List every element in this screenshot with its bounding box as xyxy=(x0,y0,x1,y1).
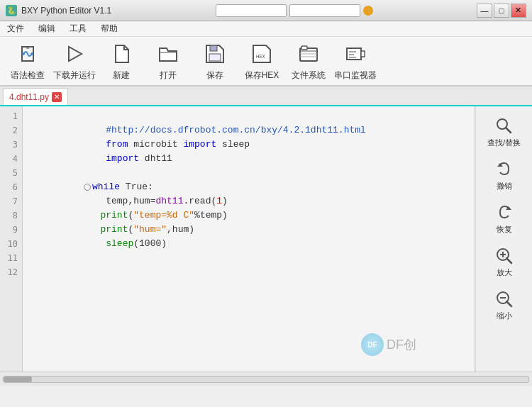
open-button[interactable]: 打开 xyxy=(146,40,190,82)
code-line-11 xyxy=(28,251,475,265)
run-button[interactable]: 下载并运行 xyxy=(52,40,96,82)
toolbar: 语法检查 下载并运行 新建 打开 xyxy=(0,37,532,87)
find-replace-label: 查找/替换 xyxy=(487,138,521,148)
watermark-text: DF创 xyxy=(387,336,416,353)
svg-rect-7 xyxy=(301,46,307,50)
redo-button[interactable]: 恢复 xyxy=(480,199,529,239)
maximize-button[interactable]: □ xyxy=(494,4,509,18)
line-num-5: 5 xyxy=(0,166,22,180)
find-replace-button[interactable]: 查找/替换 xyxy=(480,112,529,152)
title-bar-left: 🐍 BXY Python Editor V1.1 xyxy=(6,5,111,16)
serial-label: 串口监视器 xyxy=(334,69,377,82)
tab-close-button[interactable]: ✕ xyxy=(52,92,62,102)
svg-line-11 xyxy=(506,128,511,133)
line-num-7: 7 xyxy=(0,194,22,208)
svg-point-1 xyxy=(31,52,33,55)
tab-bar: 4.dht11.py ✕ xyxy=(0,87,532,106)
serial-button[interactable]: 串口监视器 xyxy=(333,40,377,82)
title-input-mock2 xyxy=(289,4,360,17)
menu-tools[interactable]: 工具 xyxy=(65,21,91,36)
undo-icon xyxy=(494,160,514,179)
line-num-8: 8 xyxy=(0,208,22,223)
redo-label: 恢复 xyxy=(497,224,512,235)
title-bar-center xyxy=(216,4,373,17)
line-num-6: 6 xyxy=(0,180,22,194)
code-line-5: while True: xyxy=(28,166,475,180)
svg-line-19 xyxy=(506,301,511,306)
code-lines[interactable]: #http://docs.dfrobot.com.cn/bxy/4.2.1dht… xyxy=(23,106,475,372)
bottom-bar xyxy=(0,372,532,386)
filesystem-icon xyxy=(296,41,321,67)
line-num-4: 4 xyxy=(0,152,22,166)
close-button[interactable]: ✕ xyxy=(511,4,526,18)
svg-marker-2 xyxy=(69,47,82,61)
filesystem-button[interactable]: 文件系统 xyxy=(287,40,331,82)
line-num-10: 10 xyxy=(0,237,22,251)
app-title: BXY Python Editor V1.1 xyxy=(21,6,111,16)
line-num-3: 3 xyxy=(0,138,22,152)
scrollbar-thumb xyxy=(4,377,32,382)
menu-file[interactable]: 文件 xyxy=(3,21,28,36)
save-icon xyxy=(202,41,228,67)
zoom-in-button[interactable]: 放大 xyxy=(480,242,529,282)
code-line-1: #http://docs.dfrobot.com.cn/bxy/4.2.1dht… xyxy=(28,109,475,123)
save-hex-label: 保存HEX xyxy=(245,69,279,82)
line-numbers: 1 2 3 4 5 6 7 8 9 10 11 12 xyxy=(0,106,23,372)
watermark: DF DF创 xyxy=(361,333,416,356)
save-button[interactable]: 保存 xyxy=(193,40,237,82)
search-icon xyxy=(494,116,514,136)
undo-button[interactable]: 撤销 xyxy=(480,155,529,196)
app-icon: 🐍 xyxy=(6,5,17,16)
title-bar: 🐍 BXY Python Editor V1.1 — □ ✕ xyxy=(0,0,532,21)
new-button[interactable]: 新建 xyxy=(99,40,143,82)
syntax-check-label: 语法检查 xyxy=(11,69,45,82)
new-icon xyxy=(109,41,134,67)
line-num-2: 2 xyxy=(0,123,22,138)
filesystem-label: 文件系统 xyxy=(292,69,326,82)
save-label: 保存 xyxy=(206,69,223,82)
zoom-out-icon xyxy=(494,289,514,309)
svg-rect-4 xyxy=(209,54,221,61)
zoom-in-label: 放大 xyxy=(497,267,512,278)
undo-label: 撤销 xyxy=(497,181,512,191)
syntax-check-button[interactable]: 语法检查 xyxy=(6,40,50,82)
zoom-out-label: 缩小 xyxy=(497,311,512,321)
line-num-9: 9 xyxy=(0,223,22,237)
zoom-in-icon xyxy=(494,246,514,266)
tab-label: 4.dht11.py xyxy=(9,92,49,102)
syntax-check-icon xyxy=(15,41,40,67)
redo-icon xyxy=(494,203,514,223)
menu-edit[interactable]: 编辑 xyxy=(34,21,60,36)
menu-help[interactable]: 帮助 xyxy=(96,21,122,36)
run-icon xyxy=(62,41,87,67)
svg-rect-3 xyxy=(210,45,217,51)
title-input-mock xyxy=(216,4,287,17)
svg-text:HEX: HEX xyxy=(256,54,265,60)
run-label: 下载并运行 xyxy=(53,69,96,82)
main-area: 1 2 3 4 5 6 7 8 9 10 11 12 #http://docs.… xyxy=(0,106,532,372)
menu-bar: 文件 编辑 工具 帮助 xyxy=(0,21,532,37)
df-logo: DF xyxy=(361,333,384,356)
code-line-12 xyxy=(28,265,475,279)
status-dot xyxy=(363,6,373,16)
line-num-12: 12 xyxy=(0,265,22,279)
code-editor[interactable]: 1 2 3 4 5 6 7 8 9 10 11 12 #http://docs.… xyxy=(0,106,475,372)
serial-icon xyxy=(343,41,368,67)
new-label: 新建 xyxy=(113,69,130,82)
open-icon xyxy=(155,41,181,67)
open-label: 打开 xyxy=(160,69,177,82)
line-num-11: 11 xyxy=(0,251,22,265)
save-hex-button[interactable]: HEX 保存HEX xyxy=(240,40,284,82)
svg-point-0 xyxy=(22,52,25,55)
line-num-1: 1 xyxy=(0,109,22,123)
minimize-button[interactable]: — xyxy=(477,4,492,18)
zoom-out-button[interactable]: 缩小 xyxy=(480,285,529,325)
save-hex-icon: HEX xyxy=(249,41,275,67)
right-sidebar: 查找/替换 撤销 恢复 xyxy=(475,106,532,372)
tab-file[interactable]: 4.dht11.py ✕ xyxy=(3,88,68,105)
scrollbar-track[interactable] xyxy=(3,376,529,383)
svg-line-15 xyxy=(506,258,511,263)
svg-rect-9 xyxy=(361,51,365,57)
window-controls[interactable]: — □ ✕ xyxy=(477,4,526,18)
